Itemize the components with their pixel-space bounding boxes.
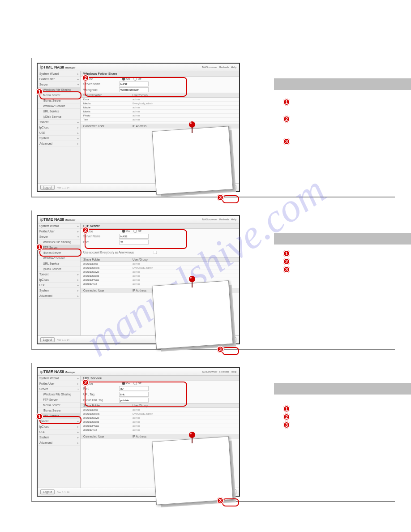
table-row[interactable]: /HDD1/Dataadmin xyxy=(81,408,239,412)
col-share-folder: Share Folder xyxy=(83,404,133,407)
sidebar-advanced[interactable]: Advanced▸ xyxy=(38,440,80,446)
table-row[interactable]: /HDD1/Dataadmin xyxy=(81,262,239,266)
refresh-link[interactable]: Refresh xyxy=(219,218,229,221)
sidebar-system-wizard[interactable]: System Wizard▸ xyxy=(38,71,80,77)
table-row[interactable]: /HDD1/Textadmin xyxy=(81,428,239,432)
sidebar-usb[interactable]: USB▸ xyxy=(38,429,80,435)
table-row[interactable]: Movieadmin xyxy=(81,106,239,110)
logout-button[interactable]: Logout xyxy=(40,185,55,190)
help-link[interactable]: Help xyxy=(231,218,236,221)
sidebar-label: Folder/User xyxy=(39,77,55,81)
sidebar-url-service[interactable]: URL Service xyxy=(38,413,80,419)
col-shared-folder: Shared Folder xyxy=(83,94,133,97)
public-url-tag-input[interactable] xyxy=(119,398,149,403)
nasbrowser-link[interactable]: NASbrowser xyxy=(202,218,218,221)
workgroup-input[interactable] xyxy=(119,87,149,92)
radio-on-dot[interactable] xyxy=(122,382,125,385)
sidebar-itunes-server[interactable]: iTunes Server xyxy=(38,408,80,413)
sidebar-ipcloud[interactable]: ipCloud▸ xyxy=(38,424,80,429)
sidebar-folder-user[interactable]: Folder/User▸ xyxy=(38,381,80,386)
sidebar-ipdisk-service[interactable]: ipDisk Service xyxy=(38,114,80,120)
server-name-input[interactable] xyxy=(119,82,149,86)
folder-grp: Everybody,admin xyxy=(133,266,153,269)
table-row[interactable]: /HDD1/MediaEverybody,admin xyxy=(81,412,239,416)
sidebar-windows-file-sharing[interactable]: Windows File Sharing xyxy=(38,392,80,397)
table-row[interactable]: Textadmin xyxy=(81,118,239,122)
anon-checkbox[interactable] xyxy=(154,251,157,254)
refresh-link[interactable]: Refresh xyxy=(219,370,229,373)
expand-icon: ▸ xyxy=(77,382,79,385)
folder-name: Media xyxy=(83,102,133,105)
sidebar-advanced[interactable]: Advanced▸ xyxy=(38,293,80,299)
sidebar-system[interactable]: System▸ xyxy=(38,136,80,141)
sidebar-torrent[interactable]: Torrent▸ xyxy=(38,419,80,424)
radio-off-dot[interactable] xyxy=(133,229,137,233)
service-radio-group[interactable]: On Off xyxy=(119,229,236,233)
service-radio-group[interactable]: On Off xyxy=(119,77,236,81)
table-row[interactable]: Musicadmin xyxy=(81,110,239,114)
sidebar-torrent[interactable]: Torrent▸ xyxy=(38,120,80,125)
sidebar-system-wizard[interactable]: System Wizard▸ xyxy=(38,376,80,381)
nasbrowser-link[interactable]: NASbrowser xyxy=(202,370,218,373)
table-row[interactable]: MediaEverybody,admin xyxy=(81,102,239,106)
sidebar-itunes-server[interactable]: iTunes Server xyxy=(38,98,80,103)
sidebar-server[interactable]: Server▾ xyxy=(38,82,80,87)
sidebar-folder-user[interactable]: Folder/User▸ xyxy=(38,77,80,82)
sidebar-system-wizard[interactable]: System Wizard▸ xyxy=(38,223,80,229)
sidebar-system[interactable]: System▸ xyxy=(38,288,80,293)
port-input[interactable] xyxy=(119,386,149,391)
radio-off-dot[interactable] xyxy=(133,77,137,81)
sidebar-ipdisk-service[interactable]: ipDisk Service xyxy=(38,266,80,272)
url-tag-input[interactable] xyxy=(119,392,149,397)
sidebar-ftp-server[interactable]: FTP Server xyxy=(38,397,80,403)
logo-mgr: Manager xyxy=(65,371,76,373)
radio-off-dot[interactable] xyxy=(133,382,137,385)
sidebar-webdav-service[interactable]: WebDAV Service xyxy=(38,256,80,261)
sidebar-media-server[interactable]: Media Server xyxy=(38,93,80,98)
radio-on-dot[interactable] xyxy=(122,229,125,233)
table-row[interactable]: /HDD1/Musicadmin xyxy=(81,274,239,278)
sidebar-ipcloud[interactable]: ipCloud▸ xyxy=(38,277,80,283)
server-name-input[interactable] xyxy=(119,234,149,239)
sidebar-ipcloud[interactable]: ipCloud▸ xyxy=(38,125,80,130)
refresh-link[interactable]: Refresh xyxy=(219,66,229,69)
logout-button[interactable]: Logout xyxy=(40,337,55,342)
port-input[interactable] xyxy=(119,240,149,245)
sidebar-media-server[interactable]: Media Server xyxy=(38,403,80,408)
sidebar-server[interactable]: Server▾ xyxy=(38,234,80,240)
sidebar-label: Folder/User xyxy=(39,382,55,385)
expand-icon: ▸ xyxy=(77,377,79,380)
app-logo: ipTIME NASIIManager xyxy=(40,217,75,222)
table-row[interactable]: Photoadmin xyxy=(81,114,239,118)
table-row[interactable]: Dataadmin xyxy=(81,98,239,102)
help-link[interactable]: Help xyxy=(231,370,236,373)
logout-button[interactable]: Logout xyxy=(40,489,55,494)
nasbrowser-link[interactable]: NASbrowser xyxy=(202,66,218,69)
sidebar-url-service[interactable]: URL Service xyxy=(38,109,80,114)
sidebar-usb[interactable]: USB▸ xyxy=(38,130,80,136)
radio-on-dot[interactable] xyxy=(122,77,125,81)
table-row[interactable]: /HDD1/Photoadmin xyxy=(81,424,239,428)
sidebar-label: System xyxy=(39,137,49,140)
radio-off-label: Off xyxy=(138,77,141,80)
expand-icon: ▸ xyxy=(77,441,79,444)
table-row[interactable]: /HDD1/Movieadmin xyxy=(81,416,239,420)
sidebar-usb[interactable]: USB▸ xyxy=(38,283,80,288)
table-row[interactable]: /HDD1/Musicadmin xyxy=(81,420,239,424)
sidebar-webdav-service[interactable]: WebDAV Service xyxy=(38,103,80,109)
sidebar-ftp-server[interactable]: FTP Server xyxy=(38,245,80,250)
sidebar-advanced[interactable]: Advanced▸ xyxy=(38,141,80,146)
table-row[interactable]: /HDD1/MediaEverybody,admin xyxy=(81,266,239,270)
sidebar-system[interactable]: System▸ xyxy=(38,435,80,440)
sidebar-url-service[interactable]: URL Service xyxy=(38,261,80,266)
help-link[interactable]: Help xyxy=(231,66,236,69)
sidebar-folder-user[interactable]: Folder/User▸ xyxy=(38,229,80,234)
sidebar-itunes-server[interactable]: iTunes Server xyxy=(38,250,80,256)
sidebar-windows-file-sharing[interactable]: Windows File Sharing xyxy=(38,240,80,245)
sidebar-windows-file-sharing[interactable]: Windows File Sharing xyxy=(38,87,80,93)
table-row[interactable]: /HDD1/Movieadmin xyxy=(81,270,239,274)
sidebar-server[interactable]: Server▾ xyxy=(38,386,80,392)
folder-grp: admin xyxy=(133,110,140,113)
sidebar-torrent[interactable]: Torrent▸ xyxy=(38,272,80,277)
service-radio-group[interactable]: On Off xyxy=(119,382,236,385)
